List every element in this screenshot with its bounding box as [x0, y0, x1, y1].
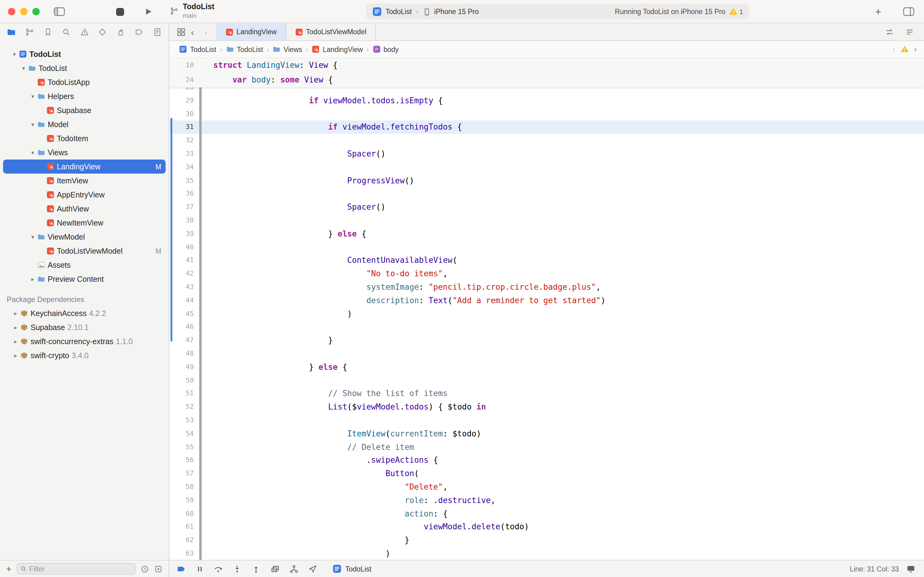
chevron-down-icon[interactable]: ▾: [28, 149, 37, 156]
simulate-location-icon[interactable]: [308, 564, 317, 573]
step-over-icon[interactable]: [213, 564, 223, 574]
code-line-51[interactable]: 51 // Show the list of items: [169, 387, 924, 401]
tree-item-todoitem[interactable]: TodoItem: [3, 131, 166, 145]
code-line-59[interactable]: 59 role: .destructive,: [169, 493, 924, 507]
test-navigator-button[interactable]: [98, 27, 107, 37]
editor-tab-todolistviewmodel[interactable]: TodoListViewModel: [286, 23, 375, 40]
tree-item-appentryview[interactable]: AppEntryView: [3, 188, 166, 202]
tree-item-todolist[interactable]: ▾TodoList: [3, 47, 166, 61]
code-line-53[interactable]: 53: [169, 414, 924, 427]
scheme-title-group[interactable]: TodoList main: [170, 2, 214, 19]
code-line-42[interactable]: 42 "No to-do items",: [169, 267, 924, 280]
tree-item-todolistapp[interactable]: TodoListApp: [3, 75, 166, 89]
code-line-36[interactable]: 36: [169, 187, 924, 201]
code-line-54[interactable]: 54 ItemView(currentItem: $todo): [169, 427, 924, 440]
breakpoint-navigator-button[interactable]: [134, 27, 143, 37]
tree-item-supabase[interactable]: Supabase: [3, 103, 166, 118]
code-line-61[interactable]: 61 viewModel.delete(todo): [169, 521, 924, 534]
code-line-58[interactable]: 58 "Delete",: [169, 480, 924, 494]
package-item-keychainaccess[interactable]: ▸KeychainAccess4.2.2: [3, 306, 166, 320]
memory-graph-icon[interactable]: [289, 564, 299, 574]
close-button[interactable]: [8, 8, 15, 15]
code-line-31[interactable]: 31 if viewModel.fetchingTodos {: [169, 121, 924, 134]
code-review-icon[interactable]: [885, 27, 894, 36]
filter-input[interactable]: [29, 565, 132, 572]
code-line-30[interactable]: 30: [169, 107, 924, 121]
code-line-52[interactable]: 52 List($viewModel.todos) { $todo in: [169, 400, 924, 414]
line-number[interactable]: 44: [169, 294, 197, 308]
code-line-32[interactable]: 32: [169, 134, 924, 147]
line-number[interactable]: 41: [169, 254, 197, 268]
code-line-33[interactable]: 33 Spacer(): [169, 147, 924, 161]
line-number[interactable]: 47: [169, 334, 197, 347]
chevron-right-icon[interactable]: ▸: [11, 324, 20, 331]
code-line-62[interactable]: 62 }: [169, 533, 924, 547]
line-number[interactable]: 59: [169, 493, 197, 507]
line-number[interactable]: 46: [169, 321, 197, 334]
line-number[interactable]: 33: [169, 147, 197, 161]
line-number[interactable]: 34: [169, 161, 197, 174]
chevron-down-icon[interactable]: ▾: [28, 121, 37, 128]
line-number[interactable]: 36: [169, 187, 197, 201]
source-editor[interactable]: 10struct LandingView: View {24 var body:…: [169, 58, 924, 560]
stop-button[interactable]: [116, 0, 124, 23]
line-number[interactable]: 37: [169, 200, 197, 214]
line-number[interactable]: 40: [169, 240, 197, 254]
line-number[interactable]: 31: [169, 121, 197, 134]
breadcrumb-item-body[interactable]: Pbody: [372, 45, 399, 53]
editor-options-icon[interactable]: [905, 27, 914, 36]
back-button[interactable]: ‹: [186, 27, 199, 37]
tree-item-todolist[interactable]: ▾TodoList: [3, 61, 166, 75]
tree-item-helpers[interactable]: ▾Helpers: [3, 89, 166, 103]
bookmark-navigator-button[interactable]: [43, 27, 53, 37]
code-line-50[interactable]: 50: [169, 374, 924, 387]
step-out-icon[interactable]: [251, 564, 261, 574]
code-line-47[interactable]: 47 }: [169, 334, 924, 347]
line-number[interactable]: 39: [169, 227, 197, 241]
line-number[interactable]: 49: [169, 360, 197, 374]
line-number[interactable]: 50: [169, 374, 197, 387]
tree-item-viewmodel[interactable]: ▾ViewModel: [3, 230, 166, 244]
line-number[interactable]: 54: [169, 427, 197, 440]
editor-grid-icon[interactable]: [177, 27, 186, 36]
running-app[interactable]: TodoList: [332, 564, 372, 573]
display-icon[interactable]: [906, 564, 916, 573]
line-number[interactable]: 56: [169, 454, 197, 467]
chevron-down-icon[interactable]: ▾: [19, 65, 28, 71]
pause-button[interactable]: [196, 564, 204, 573]
line-number[interactable]: 52: [169, 400, 197, 414]
project-navigator-button[interactable]: [7, 27, 16, 37]
line-number[interactable]: 24: [169, 73, 197, 87]
source-control-navigator-button[interactable]: [25, 27, 34, 37]
tree-item-preview-content[interactable]: ▸Preview Content: [3, 272, 166, 286]
code-line-34[interactable]: 34: [169, 161, 924, 174]
filter-scope-icon[interactable]: [154, 564, 163, 573]
warning-icon[interactable]: [900, 45, 908, 53]
code-line-46[interactable]: 46: [169, 321, 924, 334]
line-number[interactable]: 45: [169, 307, 197, 321]
code-line-55[interactable]: 55 // Delete item: [169, 440, 924, 454]
line-number[interactable]: 38: [169, 214, 197, 227]
line-number[interactable]: 60: [169, 507, 197, 521]
report-navigator-button[interactable]: [153, 27, 162, 37]
breadcrumb-item-todolist[interactable]: TodoList: [179, 45, 216, 53]
debug-navigator-button[interactable]: [116, 27, 126, 37]
breakpoints-toggle[interactable]: [177, 564, 187, 574]
add-tab-button[interactable]: +: [875, 0, 881, 23]
code-line-39[interactable]: 39 } else {: [169, 227, 924, 241]
line-number[interactable]: 10: [169, 58, 197, 73]
code-line-29[interactable]: 29 if viewModel.todos.isEmpty {: [169, 94, 924, 108]
view-hierarchy-icon[interactable]: [270, 564, 280, 574]
line-number[interactable]: 29: [169, 94, 197, 108]
breadcrumb-item-landingview[interactable]: LandingView: [312, 45, 363, 53]
tree-item-authview[interactable]: AuthView: [3, 202, 166, 216]
activity-view[interactable]: TodoList › iPhone 15 Pro Running TodoLis…: [366, 4, 749, 19]
toggle-inspector-button[interactable]: [903, 0, 914, 23]
package-item-swift-concurrency-extras[interactable]: ▸swift-concurrency-extras1.1.0: [3, 334, 166, 348]
code-line-24[interactable]: 24 var body: some View {: [169, 73, 924, 87]
code-line-38[interactable]: 38: [169, 214, 924, 227]
code-line-10[interactable]: 10struct LandingView: View {: [169, 58, 924, 73]
scheme-app[interactable]: TodoList: [386, 8, 412, 15]
code-line-40[interactable]: 40: [169, 240, 924, 254]
code-line-56[interactable]: 56 .swipeActions {: [169, 454, 924, 467]
